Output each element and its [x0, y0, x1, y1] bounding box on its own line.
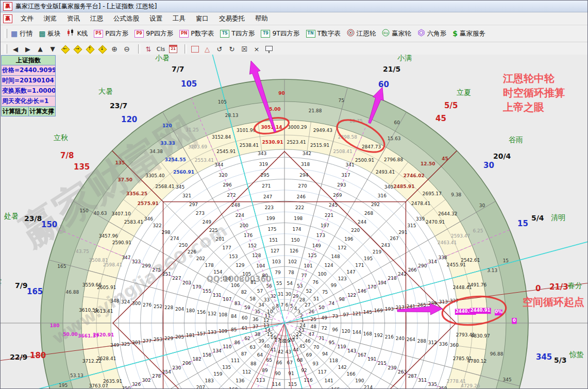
toolbar-button-板块[interactable]: ▩板块 [39, 29, 60, 38]
cls-button[interactable]: Cls [156, 44, 165, 54]
gann-wheel[interactable]: 赢家财富网www.yingjia360.comQQ:10080036012345… [1, 55, 588, 389]
svg-text:195: 195 [59, 383, 68, 388]
app-window: 赢 赢家江恩专业版[赢家服务平台] - [上证指数 江恩轮] 赢 文件浏览资讯江… [0, 0, 588, 389]
svg-text:96: 96 [332, 327, 339, 332]
svg-text:339: 339 [416, 216, 425, 222]
menu-item-8[interactable]: 交易委托 [214, 13, 250, 25]
svg-text:31.25: 31.25 [186, 127, 199, 132]
svg-text:2485.91: 2485.91 [394, 184, 415, 189]
svg-text:335: 335 [428, 382, 437, 387]
bigwheel-icon: Big [382, 29, 390, 38]
collapse-arrows-icon[interactable]: × [252, 44, 261, 54]
svg-text:51: 51 [313, 296, 319, 301]
quote-info-panel: 上证指数 价格=2440.9099时间=20190104变换系数=1.00000… [1, 55, 56, 116]
svg-text:345: 345 [503, 377, 512, 382]
jump-left-icon[interactable]: ← [60, 44, 70, 54]
svg-text:2455.91: 2455.91 [447, 262, 466, 267]
rotate-ccw-icon[interactable]: ↺ [215, 44, 224, 54]
drawbar-grip [5, 44, 7, 54]
nav-up-icon[interactable]: ▲ [36, 44, 45, 54]
svg-text:135: 135 [74, 162, 90, 172]
nav-right-icon[interactable]: ▶ [23, 44, 32, 54]
menu-item-7[interactable]: 窗口 [191, 13, 214, 25]
svg-text:3610.51: 3610.51 [79, 308, 98, 313]
svg-text:150: 150 [79, 208, 88, 213]
toolbar-button-赢家轮[interactable]: Big赢家轮 [382, 29, 411, 38]
svg-text:264: 264 [407, 337, 415, 342]
svg-text:254: 254 [162, 369, 171, 375]
zoom-in-icon[interactable]: ⊕ [110, 44, 119, 54]
svg-text:200: 200 [240, 223, 248, 228]
svg-text:148: 148 [331, 254, 340, 259]
gann-wheel-canvas[interactable]: 赢家财富网www.yingjia360.comQQ:10080036012345… [1, 55, 588, 389]
toolbar-button-T四方形[interactable]: TST四方形 [220, 29, 255, 38]
svg-text:2478.41: 2478.41 [411, 201, 430, 206]
toolbar-button-K线[interactable]: K线 [66, 29, 88, 38]
menu-item-1[interactable]: 浏览 [39, 13, 62, 25]
svg-text:287: 287 [408, 374, 417, 379]
svg-text:4: 4 [294, 306, 297, 311]
svg-text:123: 123 [338, 276, 347, 281]
svg-text:60: 60 [378, 80, 389, 89]
triangle-tool-icon[interactable]: △ [203, 44, 212, 54]
rect-tool-icon[interactable] [190, 44, 199, 54]
zoom-out-icon[interactable]: ⊖ [122, 44, 131, 54]
svg-text:4729.26: 4729.26 [461, 383, 480, 388]
toolbar-button-9T四方形[interactable]: T99T四方形 [261, 29, 299, 38]
jump-right-icon[interactable]: → [73, 44, 82, 54]
menu-item-2[interactable]: 资讯 [62, 13, 85, 25]
svg-text:319: 319 [259, 162, 268, 167]
rect-glyph [191, 46, 199, 53]
ps-badge-icon: PS [94, 30, 103, 38]
svg-text:2530.91: 2530.91 [262, 140, 283, 145]
nav-down-icon[interactable]: ▼ [48, 44, 57, 54]
quote-fields: 价格=2440.9099时间=20190104变换系数=1.00000周天变化步… [2, 65, 55, 107]
svg-text:165: 165 [27, 287, 43, 296]
toolbar-button-P四方形[interactable]: PSP四方形 [94, 29, 128, 38]
svg-text:54: 54 [287, 281, 293, 286]
svg-text:5/5: 5/5 [444, 101, 458, 110]
time-scale-icon[interactable]: ⇅ [144, 44, 153, 54]
rotate-cw-icon[interactable]: ↻ [227, 44, 237, 54]
calc-support-button[interactable]: 计算支撑 [28, 107, 56, 116]
jump-down-icon[interactable]: ↓ [97, 44, 107, 54]
svg-text:322: 322 [153, 223, 162, 228]
toolbar-label: 赢家轮 [392, 29, 411, 38]
svg-text:95: 95 [329, 340, 334, 345]
screen-icon[interactable] [264, 44, 274, 54]
title-bar[interactable]: 赢 赢家江恩专业版[赢家服务平台] - [上证指数 江恩轮] [1, 1, 587, 12]
svg-text:159: 159 [213, 371, 222, 377]
svg-text:156: 156 [197, 310, 206, 315]
toolbar-button-赢家服务[interactable]: $赢家服务 [452, 29, 485, 38]
toolbar-button-六角形[interactable]: 六角形 [417, 29, 447, 38]
menu-item-6[interactable]: 工具 [167, 13, 191, 25]
jump-up-icon[interactable]: ↑ [85, 44, 94, 54]
calendar-glyph: 21 [169, 45, 177, 53]
menu-item-9[interactable]: 帮助 [250, 13, 273, 25]
menu-item-3[interactable]: 江恩 [85, 13, 108, 25]
svg-text:350: 350 [122, 386, 130, 389]
toolbar-button-行情[interactable]: ▦行情 [11, 29, 32, 38]
svg-text:201: 201 [216, 236, 225, 242]
svg-text:225: 225 [209, 228, 218, 233]
svg-text:92: 92 [301, 368, 307, 373]
clear-box-icon[interactable]: ☒ [240, 44, 249, 54]
svg-text:12.50: 12.50 [421, 161, 435, 166]
toolbar-button-9P四方形[interactable]: P99P四方形 [135, 29, 173, 38]
svg-text:3508.81: 3508.81 [89, 258, 108, 263]
calc-resistance-button[interactable]: 计算阻力 [2, 107, 28, 116]
svg-text:135: 135 [115, 160, 125, 165]
toolbar-button-P数字表[interactable]: PNP数字表 [179, 29, 214, 38]
menu-item-4[interactable]: 公式选股 [108, 13, 144, 25]
svg-text:252: 252 [154, 304, 162, 309]
svg-text:2553.41: 2553.41 [195, 158, 214, 163]
menu-item-5[interactable]: 设置 [144, 13, 167, 25]
svg-text:20/4: 20/4 [493, 152, 511, 160]
menu-item-0[interactable]: 文件 [15, 13, 39, 25]
toolbar-separator [184, 44, 187, 54]
svg-text:5/3: 5/3 [554, 356, 567, 364]
calendar-icon[interactable]: 21 [169, 44, 178, 54]
toolbar-button-T数字表[interactable]: TNT数字表 [306, 29, 341, 38]
nav-left-icon[interactable]: ◀ [11, 44, 20, 54]
toolbar-button-江恩轮[interactable]: 江恩轮 [347, 29, 376, 38]
